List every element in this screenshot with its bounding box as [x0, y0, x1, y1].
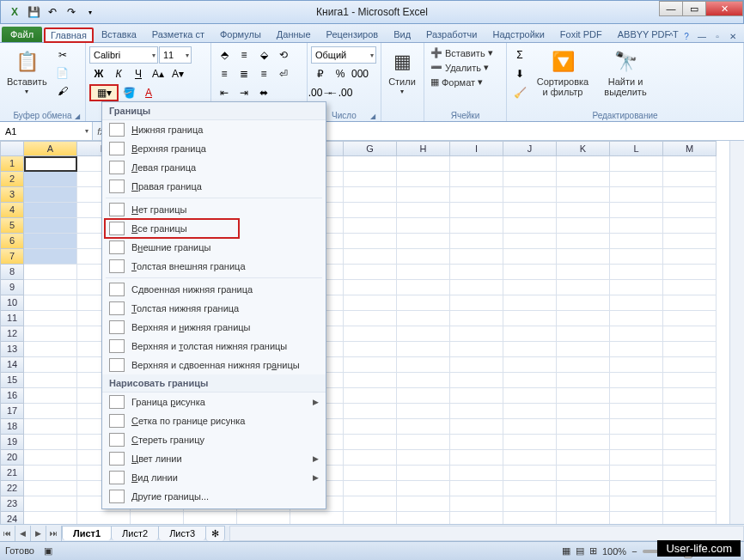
fill-icon[interactable]: ⬇	[510, 65, 529, 82]
font-name-combo[interactable]: Calibri	[89, 46, 158, 64]
cell[interactable]	[503, 373, 557, 388]
cell[interactable]	[397, 373, 450, 388]
cell[interactable]	[663, 481, 717, 496]
delete-cells-button[interactable]: ➖Удалить ▾	[428, 61, 491, 74]
cell[interactable]	[24, 357, 77, 373]
cell[interactable]	[24, 187, 77, 203]
cell[interactable]	[663, 357, 717, 373]
cell[interactable]	[503, 234, 557, 249]
cell[interactable]	[503, 218, 557, 234]
cell[interactable]	[344, 187, 397, 203]
cell[interactable]	[663, 234, 717, 249]
number-format-combo[interactable]: Общий	[311, 46, 376, 64]
sheet-nav-next[interactable]: ▶	[31, 526, 46, 541]
cell[interactable]	[557, 404, 610, 419]
cell[interactable]	[24, 388, 77, 404]
comma-icon[interactable]: 000	[351, 65, 369, 82]
cell[interactable]	[397, 265, 450, 280]
merge-icon[interactable]: ⬌	[254, 84, 273, 101]
cell[interactable]	[610, 187, 663, 203]
cell[interactable]	[24, 172, 77, 187]
row-header[interactable]: 7	[0, 249, 24, 265]
menu-item[interactable]: Внешние границы	[102, 238, 326, 257]
sheet-nav-last[interactable]: ⏭	[46, 526, 62, 541]
close-button[interactable]: ✕	[705, 1, 743, 16]
cell[interactable]	[450, 203, 503, 218]
menu-item[interactable]: Толстая внешняя граница	[102, 257, 326, 276]
cell[interactable]	[663, 419, 717, 435]
paste-button[interactable]: 📋 Вставить ▾	[3, 46, 51, 97]
orientation-icon[interactable]: ⟲	[274, 46, 293, 64]
clear-icon[interactable]: 🧹	[510, 84, 529, 101]
sheet-tab-3[interactable]: Лист3	[158, 526, 206, 540]
cell[interactable]	[610, 203, 663, 218]
zoom-out-icon[interactable]: −	[631, 546, 637, 557]
doc-restore-icon[interactable]: ▫	[711, 30, 723, 42]
doc-close-icon[interactable]: ✕	[727, 30, 739, 42]
cell[interactable]	[24, 295, 77, 311]
cell[interactable]	[557, 203, 610, 218]
view-normal-icon[interactable]: ▦	[562, 545, 570, 557]
cell[interactable]	[344, 373, 397, 388]
cell[interactable]	[397, 435, 450, 450]
cell[interactable]	[503, 466, 557, 481]
cell[interactable]	[450, 187, 503, 203]
sheet-tab-2[interactable]: Лист2	[111, 526, 159, 540]
cell[interactable]	[610, 295, 663, 311]
cell[interactable]	[557, 234, 610, 249]
tab-foxit[interactable]: Foxit PDF	[552, 26, 610, 42]
sort-filter-button[interactable]: 🔽 Сортировка и фильтр	[532, 46, 594, 99]
align-middle-icon[interactable]: ≡	[235, 46, 253, 64]
format-cells-button[interactable]: ▦Формат ▾	[428, 76, 485, 88]
find-select-button[interactable]: 🔭 Найти и выделить	[596, 46, 655, 99]
cell[interactable]	[663, 265, 717, 280]
cell[interactable]	[557, 388, 610, 404]
cell[interactable]	[344, 388, 397, 404]
cell[interactable]	[610, 496, 663, 512]
cell[interactable]	[503, 156, 557, 172]
cell[interactable]	[24, 419, 77, 435]
cell[interactable]	[557, 218, 610, 234]
menu-item[interactable]: Другие границы...	[102, 487, 326, 506]
cell[interactable]	[450, 326, 503, 342]
align-right-icon[interactable]: ≡	[254, 65, 273, 82]
cell[interactable]	[450, 450, 503, 466]
cell[interactable]	[450, 481, 503, 496]
menu-item[interactable]: Нижняя граница	[102, 120, 326, 139]
tab-view[interactable]: Вид	[386, 26, 418, 42]
cell[interactable]	[24, 218, 77, 234]
cell[interactable]	[397, 496, 450, 512]
cut-icon[interactable]: ✂	[53, 46, 72, 64]
cell[interactable]	[450, 373, 503, 388]
cell[interactable]	[663, 435, 717, 450]
cell[interactable]	[557, 496, 610, 512]
qat-dropdown-icon[interactable]: ▾	[82, 3, 99, 21]
align-bottom-icon[interactable]: ⬙	[254, 46, 273, 64]
cell[interactable]	[397, 388, 450, 404]
menu-item[interactable]: Сетка по границе рисунка	[102, 411, 326, 430]
column-header[interactable]: K	[557, 141, 610, 156]
cell[interactable]	[503, 450, 557, 466]
cell[interactable]	[344, 357, 397, 373]
row-header[interactable]: 12	[0, 326, 24, 342]
tab-addins[interactable]: Надстройки	[485, 26, 552, 42]
cell[interactable]	[663, 388, 717, 404]
view-layout-icon[interactable]: ▤	[576, 545, 584, 557]
cell[interactable]	[557, 466, 610, 481]
menu-item[interactable]: Нет границы	[102, 200, 326, 219]
cell[interactable]	[24, 311, 77, 326]
column-header[interactable]: M	[663, 141, 717, 156]
launcher-icon[interactable]: ◢	[370, 113, 375, 120]
underline-button[interactable]: Ч	[129, 65, 148, 82]
help-icon[interactable]: ?	[680, 30, 692, 42]
row-header[interactable]: 20	[0, 450, 24, 466]
column-header[interactable]: G	[344, 141, 397, 156]
cell[interactable]	[450, 249, 503, 265]
bold-button[interactable]: Ж	[89, 65, 108, 82]
font-color-icon[interactable]: A	[139, 84, 158, 101]
vertical-scrollbar[interactable]	[729, 141, 744, 529]
maximize-button[interactable]: ▭	[682, 1, 706, 16]
tab-formulas[interactable]: Формулы	[212, 26, 269, 42]
cell[interactable]	[503, 419, 557, 435]
cell[interactable]	[503, 435, 557, 450]
